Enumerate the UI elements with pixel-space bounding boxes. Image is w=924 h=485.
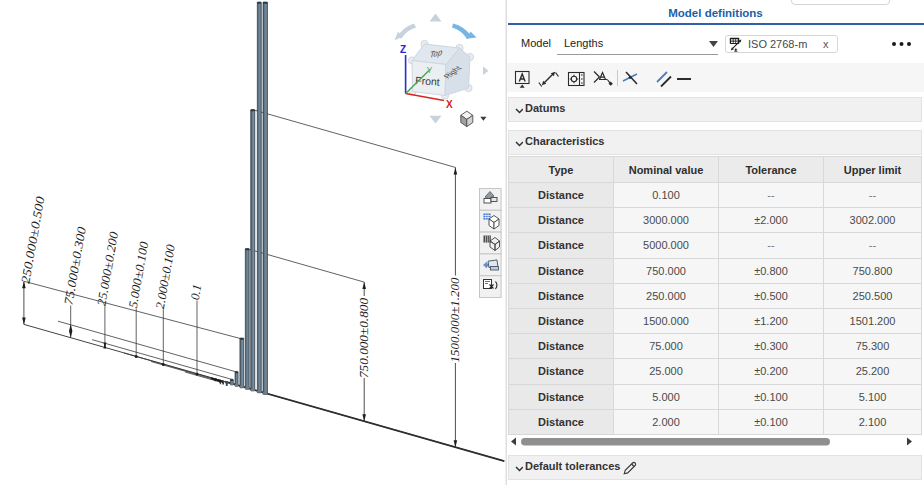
svg-text:25.000±0.200: 25.000±0.200 xyxy=(94,230,121,307)
svg-text:X: X xyxy=(446,99,453,110)
svg-text:750.000±0.800: 750.000±0.800 xyxy=(357,297,371,378)
svg-text:1500.000±1.200: 1500.000±1.200 xyxy=(448,277,462,363)
svg-text:Y: Y xyxy=(427,65,433,75)
svg-text:2.000±0.100: 2.000±0.100 xyxy=(153,243,178,310)
svg-text:Z: Z xyxy=(400,44,406,55)
svg-text:0.1: 0.1 xyxy=(188,283,204,301)
svg-text:75.000±0.300: 75.000±0.300 xyxy=(61,225,89,306)
svg-text:250.000±0.500: 250.000±0.500 xyxy=(18,195,47,285)
svg-text:5.000±0.100: 5.000±0.100 xyxy=(126,240,152,309)
